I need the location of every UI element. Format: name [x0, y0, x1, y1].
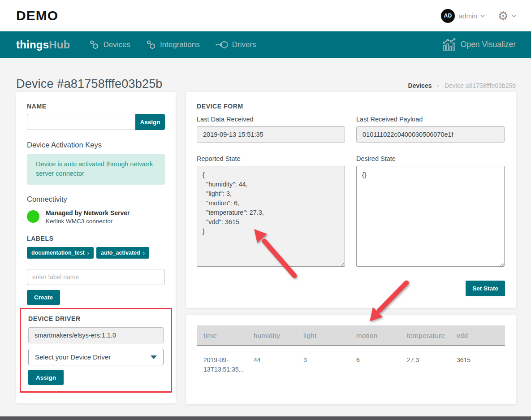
nav-item-integrations[interactable]: Integrations	[146, 39, 200, 50]
open-visualizer-button[interactable]: Open Visualizer	[442, 38, 516, 51]
set-state-button[interactable]: Set State	[466, 281, 505, 296]
last-received-payload-label: Last Received Payload	[356, 116, 505, 123]
page-title: Device #a81758fffe03b25b	[16, 77, 163, 91]
connectivity-status-dot	[27, 210, 39, 223]
tag-chevron-icon: ›	[143, 250, 145, 256]
last-received-payload-field: 010111022c0400030506070e1f	[356, 126, 505, 143]
column-header-motion[interactable]: motion	[350, 332, 400, 339]
activation-keys-heading: Device Activation Keys	[27, 141, 165, 149]
current-driver-field: smartmakers/elsys-ers:1.1.0	[28, 327, 164, 343]
gear-icon[interactable]: ⚙	[498, 10, 509, 22]
cell-light: 3	[297, 355, 350, 374]
device-driver-heading: DEVICE DRIVER	[28, 315, 164, 322]
user-area: AD admin ⚙	[441, 9, 516, 23]
table-header-row: time humidity light motion temperature v…	[197, 325, 505, 346]
arrow-into-hexagon-icon	[215, 40, 229, 50]
desired-state-textarea[interactable]: {}	[356, 166, 505, 267]
reported-state-label: Reported State	[197, 155, 345, 162]
breadcrumb-current: Device a81758fffe03b25b	[445, 82, 516, 89]
tag-chevron-icon: ›	[87, 250, 89, 256]
select-dropdown-arrow-icon	[151, 355, 157, 359]
connectivity-heading: Connectivity	[27, 195, 165, 204]
avatar[interactable]: AD	[441, 9, 455, 23]
column-header-light[interactable]: light	[297, 332, 350, 339]
labels-heading: LABELS	[27, 235, 165, 242]
cell-temperature: 27.3	[400, 355, 450, 374]
label-tag[interactable]: documentation_test ›	[27, 247, 94, 259]
telemetry-table-panel: time humidity light motion temperature v…	[186, 315, 516, 404]
breadcrumb-devices-link[interactable]: Devices	[408, 82, 432, 89]
cell-humidity: 44	[247, 355, 297, 374]
cell-motion: 6	[350, 355, 400, 374]
breadcrumb: Devices › Device a81758fffe03b25b	[408, 82, 516, 91]
table-row: 2019-09-13T13:51:35... 44 3 6 27.3 3615	[197, 346, 505, 374]
device-driver-highlight-box: DEVICE DRIVER smartmakers/elsys-ers:1.1.…	[20, 308, 172, 393]
bottom-bar	[0, 416, 531, 420]
device-name-input[interactable]	[27, 114, 135, 130]
top-bar: DEMO AD admin ⚙	[0, 0, 531, 31]
breadcrumb-separator: ›	[437, 82, 439, 89]
column-header-time[interactable]: time	[197, 332, 247, 339]
tenant-logo: DEMO	[16, 8, 58, 23]
brand-logo[interactable]: thingsHub	[16, 39, 70, 51]
nodes-icon	[146, 39, 156, 50]
column-header-temperature[interactable]: temperature	[400, 332, 450, 339]
column-header-vdd[interactable]: vdd	[450, 332, 505, 339]
label-name-input[interactable]	[27, 269, 165, 285]
last-data-received-label: Last Data Received	[197, 116, 345, 123]
nav-item-drivers[interactable]: Drivers	[215, 40, 256, 50]
assign-name-button[interactable]: Assign	[135, 114, 165, 130]
label-tag[interactable]: auto_activated ›	[96, 247, 149, 259]
user-menu-chevron-down-icon[interactable]	[480, 14, 484, 18]
nav-item-devices[interactable]: Devices	[89, 39, 130, 50]
assign-driver-button[interactable]: Assign	[28, 370, 64, 385]
activation-info-box: Device is auto activated through network…	[27, 154, 165, 185]
name-section-heading: NAME	[27, 103, 165, 110]
column-header-humidity[interactable]: humidity	[247, 332, 297, 339]
connectivity-status-subtitle: Kerlink WMC3 connector	[46, 218, 130, 225]
device-form-panel: DEVICE FORM Last Data Received 2019-09-1…	[186, 92, 516, 308]
device-settings-panel: NAME Assign Device Activation Keys Devic…	[16, 92, 176, 403]
telemetry-table: time humidity light motion temperature v…	[197, 325, 505, 374]
settings-menu-chevron-down-icon[interactable]	[512, 14, 516, 18]
reported-state-textarea[interactable]: { "humidity": 44, "light": 3, "motion": …	[197, 166, 345, 267]
cell-vdd: 3615	[450, 355, 505, 374]
nodes-icon	[89, 39, 99, 50]
user-name[interactable]: admin	[459, 12, 477, 20]
chart-icon	[442, 38, 456, 51]
main-nav: thingsHub Devices Integrations Drivers	[0, 31, 531, 58]
cell-time: 2019-09-13T13:51:35...	[197, 355, 247, 374]
connectivity-status-title: Managed by Network Server	[46, 209, 130, 216]
desired-state-label: Desired State	[356, 155, 505, 162]
create-label-button[interactable]: Create	[27, 290, 60, 305]
device-driver-select[interactable]: Select your Device Driver	[28, 349, 164, 365]
app-window: DEMO AD admin ⚙ thingsHub Devices	[0, 0, 531, 420]
last-data-received-field: 2019-09-13 15:51:35	[197, 126, 345, 143]
device-form-heading: DEVICE FORM	[197, 103, 505, 110]
